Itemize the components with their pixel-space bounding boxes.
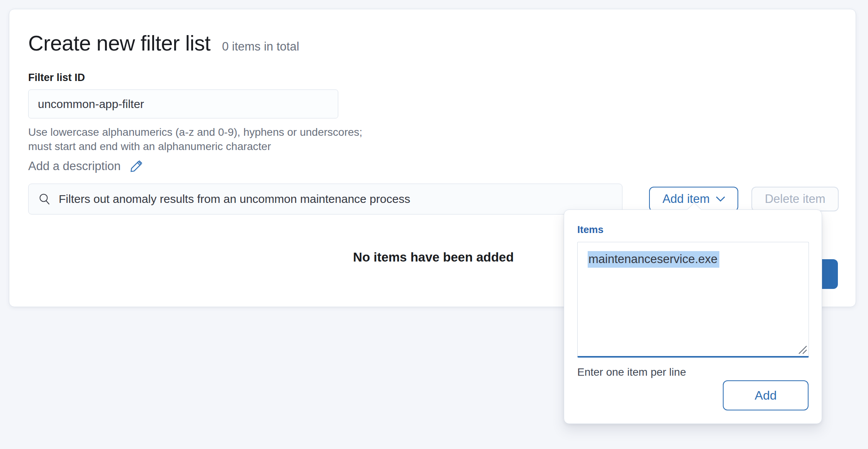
filter-list-id-input[interactable]: [28, 89, 338, 118]
items-help-text: Enter one item per line: [577, 366, 809, 378]
description-search-box[interactable]: [28, 184, 622, 214]
chevron-down-icon: [716, 196, 725, 202]
magnifier-icon: [38, 193, 51, 206]
add-description-link[interactable]: Add a description: [28, 159, 839, 173]
popover-add-button[interactable]: Add: [723, 380, 809, 410]
add-item-popover: Items maintenanceservice.exe Enter one i…: [564, 209, 822, 424]
items-textarea[interactable]: maintenanceservice.exe: [577, 242, 809, 358]
add-description-label: Add a description: [28, 159, 121, 173]
items-total-count: 0 items in total: [222, 40, 299, 54]
add-item-button-label: Add item: [663, 192, 710, 206]
id-help-text: Use lowercase alphanumerics (a-z and 0-9…: [28, 125, 839, 154]
page-title: Create new filter list: [28, 31, 210, 56]
delete-item-button-label: Delete item: [765, 192, 826, 206]
delete-item-button[interactable]: Delete item: [751, 187, 839, 211]
description-search-input[interactable]: [59, 184, 612, 214]
popover-add-button-label: Add: [755, 388, 777, 403]
header: Create new filter list 0 items in total: [28, 31, 839, 56]
pencil-icon: [129, 159, 143, 173]
resize-handle-icon[interactable]: [797, 344, 807, 354]
id-help-line-2: must start and end with an alphanumeric …: [28, 139, 839, 154]
filter-list-id-label: Filter list ID: [28, 72, 839, 84]
items-textarea-value: maintenanceservice.exe: [588, 251, 719, 268]
id-help-line-1: Use lowercase alphanumerics (a-z and 0-9…: [28, 125, 839, 139]
items-label: Items: [577, 224, 809, 236]
